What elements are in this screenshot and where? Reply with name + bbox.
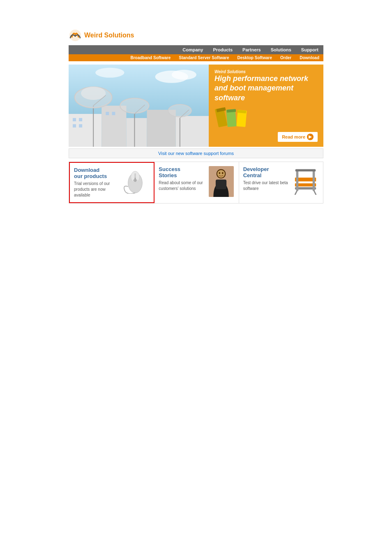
developer-card-text: DeveloperCentral Test drive our latest b… [243, 166, 290, 192]
subnav-broadband[interactable]: Broadband Software [126, 54, 175, 61]
download-card-link[interactable]: Downloadour products [74, 167, 107, 179]
subnav-order[interactable]: Order [276, 54, 295, 61]
nav-products[interactable]: Products [208, 45, 238, 54]
hero-image [69, 65, 209, 147]
subnav-standard[interactable]: Standard Server Software [175, 54, 233, 61]
developer-card-desc: Test drive our latest beta software [243, 180, 290, 192]
developer-card-link[interactable]: DeveloperCentral [243, 166, 269, 178]
main-nav: Company Products Partners Solutions Supp… [69, 45, 323, 54]
hero-text-panel: Weird Solutions High performance network… [209, 65, 323, 147]
nav-support[interactable]: Support [296, 45, 323, 54]
hero-banner: Weird Solutions High performance network… [69, 65, 323, 147]
header: Weird Solutions [69, 25, 323, 45]
svg-rect-4 [126, 118, 147, 147]
svg-rect-11 [106, 112, 109, 115]
svg-rect-37 [135, 173, 136, 178]
success-card: SuccessStories Read about some of our cu… [154, 162, 239, 203]
svg-point-45 [222, 172, 224, 174]
read-more-button[interactable]: Read more ▶ [278, 132, 318, 142]
hero-brand: Weird Solutions [214, 69, 318, 74]
forum-link[interactable]: Visit our new software support forums [158, 151, 234, 156]
success-card-link[interactable]: SuccessStories [159, 166, 180, 178]
svg-rect-52 [296, 170, 299, 191]
svg-point-27 [172, 70, 196, 80]
mouse-icon [121, 167, 150, 194]
svg-rect-53 [313, 170, 315, 191]
download-card-text: Downloadour products Trial versions of o… [74, 167, 118, 198]
download-card-title: Downloadour products [74, 167, 118, 179]
svg-rect-3 [101, 106, 126, 147]
cards-row: Downloadour products Trial versions of o… [69, 162, 323, 204]
success-card-text: SuccessStories Read about some of our cu… [159, 166, 205, 192]
person-icon [208, 166, 235, 197]
subnav-desktop[interactable]: Desktop Software [233, 54, 276, 61]
success-card-title: SuccessStories [159, 166, 205, 178]
developer-card-title: DeveloperCentral [243, 166, 290, 178]
svg-rect-10 [79, 124, 82, 127]
svg-point-20 [120, 98, 149, 113]
forum-bar: Visit our new software support forums [69, 148, 323, 158]
hero-headline: High performance network and boot manage… [214, 74, 318, 103]
logo-area: Weird Solutions [69, 29, 134, 42]
svg-rect-42 [216, 180, 226, 189]
svg-point-44 [219, 172, 220, 174]
svg-rect-5 [147, 110, 176, 147]
svg-point-16 [81, 87, 106, 100]
svg-point-28 [95, 68, 124, 78]
svg-rect-54 [295, 169, 316, 171]
svg-point-43 [217, 170, 225, 178]
developer-card: DeveloperCentral Test drive our latest b… [239, 162, 323, 203]
hero-products-image [214, 106, 318, 129]
subnav-download[interactable]: Download [295, 54, 323, 61]
svg-rect-9 [73, 124, 76, 127]
svg-rect-6 [176, 116, 209, 147]
download-card-desc: Trial versions of our products are now a… [74, 181, 118, 198]
svg-rect-12 [112, 112, 115, 115]
success-card-desc: Read about some of our customers' soluti… [159, 180, 205, 192]
download-card: Downloadour products Trial versions of o… [69, 162, 154, 203]
logo-text: Weird Solutions [84, 32, 134, 39]
nav-company[interactable]: Company [178, 45, 208, 54]
svg-rect-8 [79, 118, 82, 121]
sub-nav: Broadband Software Standard Server Softw… [69, 54, 323, 61]
nav-partners[interactable]: Partners [238, 45, 266, 54]
svg-rect-7 [73, 118, 76, 121]
read-more-arrow-icon: ▶ [307, 134, 314, 140]
construction-cone-icon [292, 166, 319, 195]
svg-rect-39 [135, 178, 136, 182]
logo-icon [69, 29, 82, 42]
nav-solutions[interactable]: Solutions [266, 45, 296, 54]
read-more-label: Read more [282, 134, 305, 139]
